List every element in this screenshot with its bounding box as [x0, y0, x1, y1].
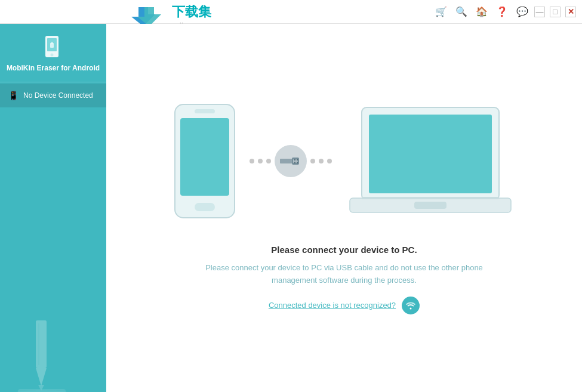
- home-icon[interactable]: 🏠: [476, 6, 488, 17]
- svg-rect-16: [195, 203, 215, 211]
- sidebar-header: MobiKin Eraser for Android: [0, 24, 106, 82]
- dot-5: [319, 159, 324, 163]
- logo-chinese-text: 下载集: [172, 3, 211, 21]
- usb-connector: [275, 145, 307, 177]
- sidebar: MobiKin Eraser for Android 📱 No Device C…: [0, 24, 106, 392]
- title-bar-controls: — □ ✕: [534, 7, 576, 17]
- title-bar-icons: 🛒 🔍 🏠 ❓ 💬: [435, 6, 528, 17]
- dot-3: [266, 159, 271, 163]
- svg-rect-21: [294, 159, 295, 160]
- minimize-button[interactable]: —: [534, 7, 545, 17]
- wifi-button[interactable]: [402, 297, 420, 314]
- cart-icon[interactable]: 🛒: [435, 6, 447, 17]
- dot-1: [250, 159, 254, 163]
- main-instruction: Please connect your device to PC.: [195, 245, 494, 255]
- connection-illustration: [172, 101, 517, 221]
- recognition-link[interactable]: Connected device is not recognized?: [269, 301, 396, 310]
- app-icon: [41, 35, 66, 60]
- dot-2: [258, 159, 263, 163]
- svg-rect-15: [180, 118, 229, 196]
- text-section: Please connect your device to PC. Please…: [195, 245, 494, 314]
- close-button[interactable]: ✕: [565, 7, 576, 17]
- svg-rect-24: [297, 162, 298, 163]
- svg-rect-6: [51, 42, 53, 44]
- sidebar-item-label: No Device Connected: [23, 91, 93, 100]
- search-icon[interactable]: 🔍: [455, 6, 467, 17]
- svg-rect-17: [195, 109, 215, 113]
- logo-icon: [131, 7, 167, 26]
- dot-6: [327, 159, 332, 163]
- svg-point-4: [51, 54, 54, 57]
- maximize-button[interactable]: □: [550, 7, 561, 17]
- svg-rect-5: [50, 43, 54, 48]
- recognition-link-row: Connected device is not recognized?: [195, 297, 494, 314]
- sidebar-decoration: [0, 297, 106, 392]
- svg-rect-18: [280, 159, 293, 163]
- connection-dots: [250, 145, 332, 177]
- phone-illustration: [172, 101, 238, 221]
- laptop-illustration: [344, 101, 517, 221]
- svg-rect-26: [369, 115, 492, 193]
- help-icon[interactable]: ❓: [496, 6, 508, 17]
- svg-rect-23: [294, 162, 295, 163]
- sidebar-item-no-device[interactable]: 📱 No Device Connected: [0, 84, 106, 107]
- chat-icon[interactable]: 💬: [516, 6, 528, 17]
- sidebar-app-title: MobiKin Eraser for Android: [7, 63, 100, 73]
- phone-icon: 📱: [8, 91, 19, 100]
- svg-rect-22: [297, 159, 298, 160]
- main-layout: MobiKin Eraser for Android 📱 No Device C…: [0, 24, 582, 392]
- sub-instruction: Please connect your device to PC via USB…: [195, 262, 494, 287]
- svg-rect-9: [36, 320, 47, 329]
- content-area: Please connect your device to PC. Please…: [106, 24, 582, 392]
- svg-rect-29: [362, 197, 499, 199]
- svg-marker-8: [36, 368, 47, 386]
- title-bar: 下载集 xzji.com 🛒 🔍 🏠 ❓ 💬 — □ ✕: [0, 0, 582, 24]
- dot-4: [310, 159, 315, 163]
- svg-rect-28: [414, 202, 446, 209]
